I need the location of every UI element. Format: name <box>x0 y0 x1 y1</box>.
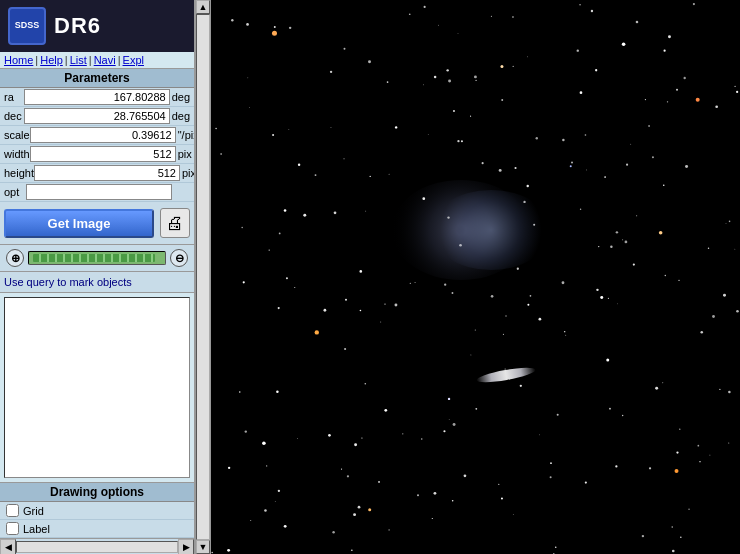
param-label-dec: dec <box>4 110 24 122</box>
zoom-minus-button[interactable]: ⊖ <box>170 249 188 267</box>
grid-checkbox[interactable] <box>6 504 19 517</box>
label-row: Label <box>0 520 194 538</box>
param-label-opt: opt <box>4 186 26 198</box>
nav-help[interactable]: Help <box>40 54 63 66</box>
zoom-area: ⊕ ⊖ <box>0 245 194 272</box>
param-unit-width: pix <box>178 148 192 160</box>
v-scroll-top-button[interactable]: ▲ <box>196 0 210 14</box>
left-panel: SDSS DR6 Home | Help | List | Navi | Exp… <box>0 0 195 554</box>
vertical-scrollbar: ▲ ▼ <box>195 0 211 554</box>
param-row-ra: ra deg <box>0 88 194 107</box>
param-row-scale: scale "/pix <box>0 126 194 145</box>
preview-area <box>4 297 190 478</box>
star-canvas <box>211 0 740 554</box>
scroll-track[interactable] <box>16 541 178 553</box>
nav-list[interactable]: List <box>70 54 87 66</box>
zoom-slider[interactable] <box>28 251 166 265</box>
v-scroll-bottom-button[interactable]: ▼ <box>196 540 210 554</box>
param-input-dec[interactable] <box>24 108 170 124</box>
param-row-opt: opt <box>0 183 194 202</box>
logo-box: SDSS <box>8 7 46 45</box>
zoom-slider-track <box>33 254 155 262</box>
logo-text: SDSS <box>15 21 40 31</box>
param-unit-ra: deg <box>172 91 190 103</box>
main-image <box>211 0 740 554</box>
zoom-plus-button[interactable]: ⊕ <box>6 249 24 267</box>
scroll-left-button[interactable]: ◀ <box>0 539 16 555</box>
param-row-height: height pix <box>0 164 194 183</box>
params-section: Parameters ra deg dec deg scale "/pix wi… <box>0 69 194 202</box>
params-title: Parameters <box>0 69 194 88</box>
param-label-ra: ra <box>4 91 24 103</box>
button-area: Get Image 🖨 <box>0 202 194 245</box>
nav-home[interactable]: Home <box>4 54 33 66</box>
param-row-width: width pix <box>0 145 194 164</box>
get-image-button[interactable]: Get Image <box>4 209 154 238</box>
param-input-height[interactable] <box>34 165 180 181</box>
grid-row: Grid <box>0 502 194 520</box>
horizontal-scrollbar: ◀ ▶ <box>0 538 194 554</box>
param-unit-height: pix <box>182 167 195 179</box>
drawing-options-title: Drawing options <box>0 483 194 502</box>
main-galaxy-glow <box>431 190 551 270</box>
app-header: SDSS DR6 <box>0 0 194 52</box>
param-unit-scale: "/pix <box>178 129 195 141</box>
query-text: Use query to mark objects <box>0 272 194 293</box>
param-row-dec: dec deg <box>0 107 194 126</box>
param-input-opt[interactable] <box>26 184 172 200</box>
drawing-options-section: Drawing options Grid Label <box>0 482 194 538</box>
label-checkbox[interactable] <box>6 522 19 535</box>
nav-bar: Home | Help | List | Navi | Expl <box>0 52 194 69</box>
nav-expl[interactable]: Expl <box>123 54 144 66</box>
scroll-right-button[interactable]: ▶ <box>178 539 194 555</box>
grid-label: Grid <box>23 505 44 517</box>
param-label-scale: scale <box>4 129 30 141</box>
print-icon[interactable]: 🖨 <box>160 208 190 238</box>
nav-navi[interactable]: Navi <box>94 54 116 66</box>
app-title: DR6 <box>54 13 101 39</box>
label-label: Label <box>23 523 50 535</box>
param-unit-dec: deg <box>172 110 190 122</box>
param-input-scale[interactable] <box>30 127 176 143</box>
param-label-height: height <box>4 167 34 179</box>
param-input-width[interactable] <box>30 146 176 162</box>
param-label-width: width <box>4 148 30 160</box>
param-input-ra[interactable] <box>24 89 170 105</box>
v-scroll-track[interactable] <box>196 14 210 540</box>
